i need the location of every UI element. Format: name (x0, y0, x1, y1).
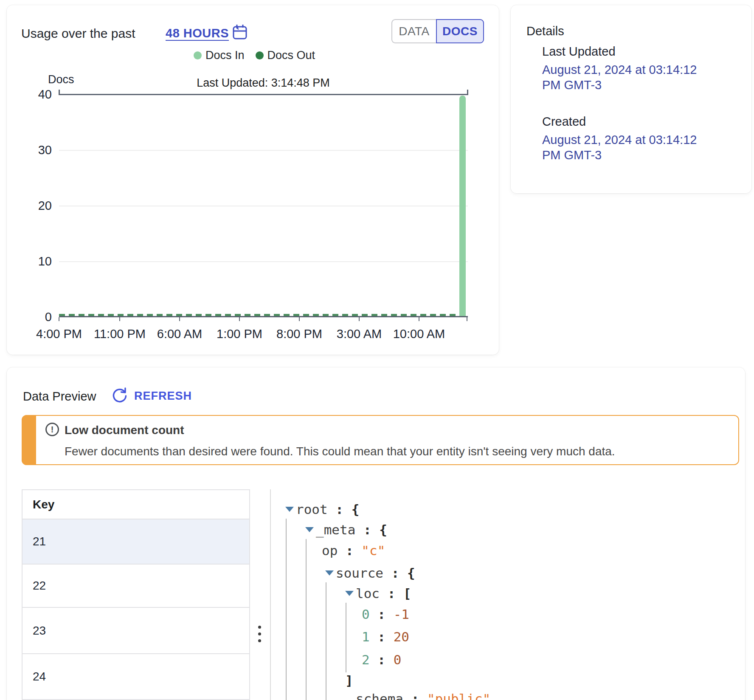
gridline-20 (59, 206, 468, 206)
key-table-row[interactable]: 22 (23, 565, 249, 608)
legend-label: Docs Out (267, 49, 315, 62)
indent-guide (326, 582, 326, 700)
details-item-label: Created (542, 115, 737, 129)
key-table-row[interactable]: 24 (23, 654, 249, 699)
page: Usage over the past 48 HOURS DATA DOCS D… (0, 0, 754, 700)
json-tree-row: source : { (336, 564, 415, 582)
refresh-label: REFRESH (134, 390, 192, 403)
axis-end-tick (467, 90, 468, 95)
json-tree-row: loc : [ (356, 584, 411, 603)
usage-chart-plot (59, 94, 468, 317)
low-document-count-warning: ! Low document count Fewer documents tha… (22, 415, 739, 465)
toggle-docs-button[interactable]: DOCS (436, 19, 484, 43)
x-axis-label: 10:00 AM (389, 327, 449, 341)
details-item: CreatedAugust 21, 2024 at 03:14:12PM GMT… (542, 115, 737, 163)
collapse-arrow-icon[interactable] (345, 591, 354, 596)
json-tree-row: 1 : 20 (362, 627, 409, 646)
legend-dot-icon (194, 51, 202, 59)
refresh-button[interactable]: REFRESH (111, 387, 192, 405)
json-tree-row: _meta : { (316, 520, 387, 539)
json-tree-row: schema : "public" (356, 689, 490, 700)
x-axis-tick (299, 317, 300, 321)
docs-in-bar[interactable] (459, 96, 466, 316)
details-item-value: August 21, 2024 at 03:14:12 (542, 132, 737, 147)
panel-divider (270, 489, 271, 700)
key-table-row[interactable]: 23 (23, 608, 249, 654)
x-axis-label: 11:00 PM (90, 327, 150, 341)
key-table: Key 21222324 (22, 489, 250, 700)
y-axis-label: 40 (24, 87, 52, 102)
collapse-arrow-icon[interactable] (285, 507, 294, 512)
collapse-arrow-icon[interactable] (325, 570, 334, 576)
chart-legend: Docs InDocs Out (194, 49, 315, 62)
legend-dot-icon (256, 51, 264, 59)
collapse-arrow-icon[interactable] (305, 527, 314, 532)
x-axis-tick (467, 317, 467, 321)
json-tree-row: 2 : 0 (362, 650, 401, 669)
x-axis-tick (119, 317, 120, 321)
details-item-value: PM GMT-3 (542, 147, 737, 163)
x-axis-tick (59, 317, 59, 321)
details-item-label: Last Updated (542, 45, 737, 59)
key-table-header: Key (23, 490, 249, 519)
y-axis-label: 0 (24, 310, 52, 324)
chart-last-updated: Last Updated: 3:14:48 PM (134, 76, 392, 90)
data-preview-card: Data Preview REFRESH ! Low document coun… (7, 367, 745, 700)
legend-item[interactable]: Docs Out (256, 49, 315, 62)
gridline-30 (59, 150, 468, 151)
data-preview-title: Data Preview (23, 390, 96, 404)
usage-card: Usage over the past 48 HOURS DATA DOCS D… (7, 5, 499, 355)
warning-body: Fewer documents than desired were found.… (65, 445, 615, 458)
details-item-value: PM GMT-3 (542, 77, 737, 93)
data-docs-toggle: DATA DOCS (391, 19, 484, 43)
details-title: Details (526, 24, 564, 38)
warning-icon: ! (45, 423, 59, 436)
warning-accent-bar (22, 415, 36, 465)
x-axis-tick (179, 317, 180, 321)
x-axis-tick (239, 317, 240, 321)
key-table-row[interactable]: 21 (23, 519, 249, 565)
usage-title: Usage over the past (21, 26, 135, 41)
json-tree-row: 0 : -1 (362, 605, 409, 624)
x-axis-label: 1:00 PM (209, 327, 270, 341)
indent-guide (286, 519, 287, 700)
chart-top-axis-line (59, 94, 468, 95)
calendar-icon[interactable] (232, 24, 248, 42)
x-axis-tick (359, 317, 360, 321)
x-axis-label: 6:00 AM (149, 327, 210, 341)
gridline-10 (59, 261, 468, 262)
legend-label: Docs In (205, 49, 245, 62)
json-close-bracket: ] (345, 671, 353, 690)
time-range-link[interactable]: 48 HOURS (166, 26, 229, 40)
y-axis-label: 30 (24, 143, 52, 157)
json-tree-row: op : "c" (322, 541, 385, 560)
y-axis-label: 10 (24, 254, 52, 268)
legend-item[interactable]: Docs In (194, 49, 245, 62)
json-tree-row: root : { (296, 500, 359, 519)
indent-guide (346, 603, 346, 672)
refresh-icon (111, 387, 128, 405)
details-item: Last UpdatedAugust 21, 2024 at 03:14:12P… (542, 45, 737, 93)
y-axis-label: 20 (24, 198, 52, 213)
chart-x-axis-line (59, 316, 468, 317)
y-axis-title: Docs (48, 73, 74, 86)
x-axis-tick (419, 317, 419, 321)
indent-guide (306, 539, 307, 700)
x-axis-label: 3:00 AM (329, 327, 389, 341)
details-item-value: August 21, 2024 at 03:14:12 (542, 62, 737, 77)
axis-end-tick (59, 90, 60, 95)
panel-resize-handle[interactable] (257, 626, 263, 646)
details-card: Details Last UpdatedAugust 21, 2024 at 0… (511, 5, 751, 193)
x-axis-label: 4:00 PM (29, 327, 89, 341)
toggle-data-button[interactable]: DATA (391, 19, 436, 43)
warning-title: Low document count (65, 423, 184, 437)
x-axis-label: 8:00 PM (269, 327, 329, 341)
